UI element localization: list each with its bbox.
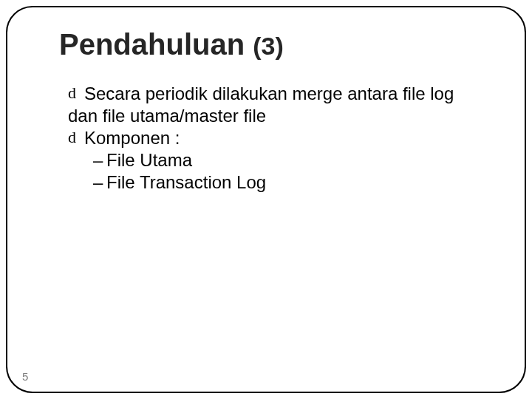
dash-icon: – xyxy=(93,149,106,171)
title-main: Pendahuluan xyxy=(59,28,253,61)
slide: Pendahuluan (3) d Secara periodik dilaku… xyxy=(0,0,532,399)
bullet-text: Komponen : xyxy=(84,127,488,149)
bullet-item: d Secara periodik dilakukan merge antara… xyxy=(68,83,488,105)
slide-body: d Secara periodik dilakukan merge antara… xyxy=(68,83,488,194)
bullet-continuation: dan file utama/master file xyxy=(68,105,488,127)
page-number: 5 xyxy=(22,370,28,383)
slide-title: Pendahuluan (3) xyxy=(59,28,284,61)
curly-bullet-icon: d xyxy=(68,83,84,104)
bullet-text: Secara periodik dilakukan merge antara f… xyxy=(84,83,488,105)
sub-item: – File Transaction Log xyxy=(93,171,488,194)
sub-item-text: File Utama xyxy=(106,149,192,171)
slide-frame xyxy=(6,6,526,393)
sub-list: – File Utama – File Transaction Log xyxy=(93,149,488,194)
bullet-item: d Komponen : xyxy=(68,127,488,149)
curly-bullet-icon: d xyxy=(68,127,84,149)
sub-item: – File Utama xyxy=(93,149,488,171)
sub-item-text: File Transaction Log xyxy=(106,171,266,194)
title-paren: (3) xyxy=(253,32,284,60)
dash-icon: – xyxy=(93,171,106,194)
